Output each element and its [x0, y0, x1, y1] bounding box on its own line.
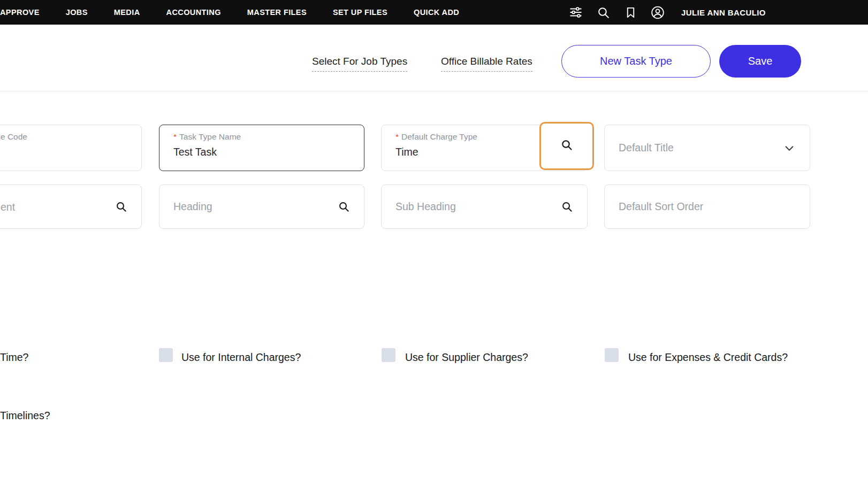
- search-icon: [560, 138, 573, 153]
- office-billable-rates-link[interactable]: Office Billable Rates: [441, 56, 532, 72]
- default-title-placeholder: Default Title: [619, 142, 674, 154]
- default-title-select[interactable]: Default Title: [604, 125, 810, 171]
- sub-heading-field[interactable]: Sub Heading: [381, 184, 588, 229]
- nav-item-media[interactable]: MEDIA: [114, 8, 140, 17]
- default-sort-order-field[interactable]: Default Sort Order: [604, 184, 810, 229]
- bookmark-icon[interactable]: [623, 5, 637, 19]
- task-type-name-field[interactable]: *Task Type Name Test Task: [159, 125, 364, 171]
- nav-item-set-up-files[interactable]: SET UP FILES: [333, 8, 387, 17]
- use-for-time-label: Time?: [0, 351, 28, 364]
- search-icon[interactable]: [560, 201, 573, 213]
- use-for-supplier-charges-label: Use for Supplier Charges?: [405, 351, 528, 364]
- use-for-expenses-credit-cards-checkbox[interactable]: [605, 348, 619, 362]
- task-type-name-value: Test Task: [173, 146, 350, 158]
- sub-heading-placeholder: Sub Heading: [395, 201, 456, 213]
- use-for-supplier-charges-checkbox[interactable]: [382, 348, 395, 362]
- top-nav: APPROVE JOBS MEDIA ACCOUNTING MASTER FIL…: [0, 0, 868, 25]
- nav-menu: APPROVE JOBS MEDIA ACCOUNTING MASTER FIL…: [0, 8, 459, 17]
- search-icon[interactable]: [596, 5, 610, 19]
- use-for-internal-charges-checkbox[interactable]: [159, 348, 173, 362]
- task-type-code-label: e Code: [1, 132, 27, 142]
- use-for-expenses-credit-cards-label: Use for Expenses & Credit Cards?: [628, 351, 788, 364]
- task-type-code-field[interactable]: e Code: [0, 125, 142, 171]
- nav-item-accounting[interactable]: ACCOUNTING: [166, 8, 221, 17]
- nav-item-quick-add[interactable]: QUICK ADD: [414, 8, 459, 17]
- nav-item-master-files[interactable]: MASTER FILES: [247, 8, 307, 17]
- heading-field[interactable]: Heading: [159, 184, 364, 229]
- search-icon[interactable]: [115, 201, 127, 213]
- nav-right-group: JULIE ANN BACULIO: [569, 0, 766, 25]
- new-task-type-button[interactable]: New Task Type: [561, 45, 711, 78]
- required-asterisk: *: [395, 132, 399, 141]
- divider: [0, 91, 868, 91]
- nav-item-approve[interactable]: APPROVE: [0, 8, 40, 17]
- department-field[interactable]: ent: [0, 184, 142, 229]
- default-sort-order-placeholder: Default Sort Order: [619, 201, 703, 213]
- user-avatar-icon[interactable]: [651, 5, 665, 19]
- chevron-down-icon[interactable]: [783, 142, 796, 155]
- select-for-job-types-link[interactable]: Select For Job Types: [312, 56, 407, 72]
- task-type-name-label: *Task Type Name: [173, 132, 350, 142]
- department-placeholder: ent: [1, 201, 15, 213]
- search-icon[interactable]: [337, 201, 350, 213]
- required-asterisk: *: [173, 132, 177, 141]
- use-for-internal-charges-label: Use for Internal Charges?: [181, 351, 301, 364]
- use-for-timelines-label: Timelines?: [0, 410, 50, 422]
- sliders-icon[interactable]: [569, 5, 583, 19]
- nav-item-jobs[interactable]: JOBS: [66, 8, 88, 17]
- save-button[interactable]: Save: [719, 45, 801, 78]
- page: APPROVE JOBS MEDIA ACCOUNTING MASTER FIL…: [0, 0, 868, 485]
- charge-type-search-button[interactable]: [539, 122, 594, 170]
- heading-placeholder: Heading: [173, 201, 212, 213]
- user-name[interactable]: JULIE ANN BACULIO: [681, 8, 766, 17]
